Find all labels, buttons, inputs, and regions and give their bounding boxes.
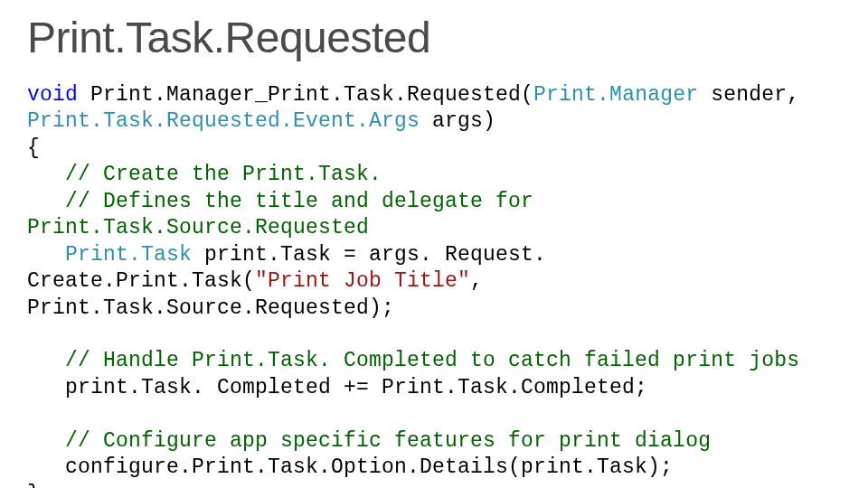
- arg-args: args): [420, 109, 495, 133]
- comment-configure: // Configure app specific features for p…: [27, 429, 711, 453]
- open-brace: {: [27, 136, 40, 160]
- kw-void: void: [27, 83, 78, 107]
- comment-create: // Create the Print.Task.: [27, 163, 382, 186]
- slide: Print.Task.Requested void Print.Manager_…: [0, 0, 868, 488]
- arg-sender: sender,: [698, 83, 812, 107]
- type-printmanager: Print.Manager: [533, 83, 698, 107]
- string-jobtitle: "Print Job Title": [255, 269, 470, 293]
- comment-defines: // Defines the title and delegate for Pr…: [27, 190, 546, 239]
- comment-handle: // Handle Print.Task. Completed to catch…: [27, 349, 799, 372]
- type-eventargs: Print.Task.Requested.Event.Args: [27, 109, 420, 133]
- slide-title: Print.Task.Requested: [27, 13, 841, 62]
- close-brace: }: [27, 483, 40, 488]
- type-printtask: Print.Task: [65, 243, 192, 267]
- indent-create: [27, 243, 65, 267]
- line-configure: configure.Print.Task.Option.Details(prin…: [27, 455, 673, 479]
- line-handle: print.Task. Completed += Print.Task.Comp…: [27, 376, 647, 399]
- method-name: Print.Manager_Print.Task.Requested(: [78, 83, 533, 107]
- code-block: void Print.Manager_Print.Task.Requested(…: [27, 82, 841, 488]
